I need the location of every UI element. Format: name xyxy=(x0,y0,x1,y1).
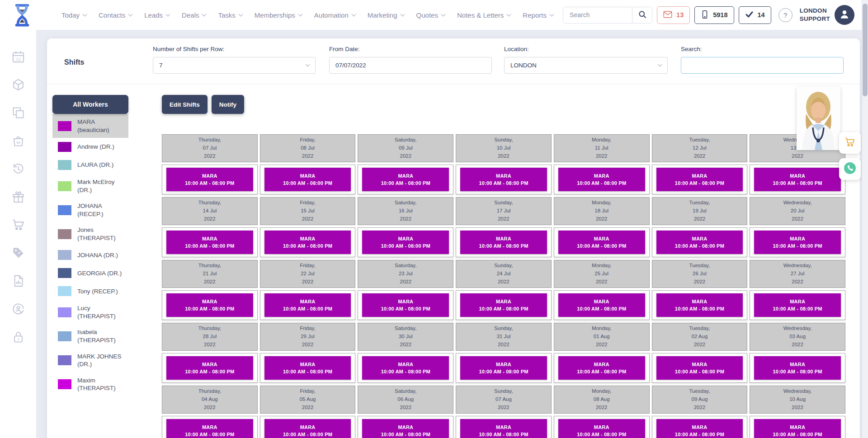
shift-entry[interactable]: MARA10:00 AM - 08:00 PM xyxy=(166,231,253,254)
worker-row-jones-therapist[interactable]: Jones (THERAPIST) xyxy=(52,222,128,246)
notify-button[interactable]: Notify xyxy=(212,95,244,114)
shift-entry[interactable]: MARA10:00 AM - 08:00 PM xyxy=(264,419,351,438)
shift-entry[interactable]: MARA10:00 AM - 08:00 PM xyxy=(754,231,841,254)
shift-time: 10:00 AM - 08:00 PM xyxy=(185,369,234,374)
shift-entry[interactable]: MARA10:00 AM - 08:00 PM xyxy=(656,293,743,317)
day-weekday: Monday, xyxy=(592,325,611,333)
page-scrollbar[interactable] xyxy=(862,0,868,438)
nav-item-notes-letters[interactable]: Notes & Letters xyxy=(457,11,510,19)
shift-entry[interactable]: MARA10:00 AM - 08:00 PM xyxy=(362,419,449,438)
shift-entry[interactable]: MARA10:00 AM - 08:00 PM xyxy=(656,419,743,438)
shift-entry[interactable]: MARA10:00 AM - 08:00 PM xyxy=(558,356,645,380)
nav-item-tasks[interactable]: Tasks xyxy=(218,11,242,19)
shift-entry[interactable]: MARA10:00 AM - 08:00 PM xyxy=(754,419,841,438)
all-workers-button[interactable]: All Workers xyxy=(52,95,128,114)
gift-icon[interactable] xyxy=(11,190,25,204)
nav-item-deals[interactable]: Deals xyxy=(182,11,206,19)
package-icon[interactable] xyxy=(11,78,25,92)
edit-shifts-button[interactable]: Edit Shifts xyxy=(162,95,208,114)
shift-entry[interactable]: MARA10:00 AM - 08:00 PM xyxy=(264,293,351,317)
shift-entry[interactable]: MARA10:00 AM - 08:00 PM xyxy=(264,356,351,380)
shift-worker-name: MARA xyxy=(594,236,609,241)
worker-row-mara-beautician[interactable]: MARA (beautician) xyxy=(52,114,128,138)
shift-entry[interactable]: MARA10:00 AM - 08:00 PM xyxy=(166,356,253,380)
nav-item-leads[interactable]: Leads xyxy=(144,11,170,19)
worker-row-laura-dr[interactable]: LAURA (DR.) xyxy=(52,156,128,174)
tasks-done-badge[interactable]: 14 xyxy=(739,6,771,24)
call-floating-button[interactable] xyxy=(839,158,861,180)
search-input[interactable] xyxy=(563,7,632,23)
day-date: 06 Aug xyxy=(397,396,414,404)
report-icon[interactable] xyxy=(11,274,25,288)
user-avatar[interactable] xyxy=(835,5,854,25)
worker-row-mark-johnes-dr[interactable]: MARK JOHNES (DR.) xyxy=(52,349,128,372)
worker-row-johana-recep[interactable]: JOHANA (RECEP.) xyxy=(52,198,128,222)
shift-cell: MARA10:00 AM - 08:00 PM xyxy=(652,227,748,257)
nav-item-contacts[interactable]: Contacts xyxy=(99,11,132,19)
shift-cell: MARA10:00 AM - 08:00 PM xyxy=(162,290,258,320)
shift-entry[interactable]: MARA10:00 AM - 08:00 PM xyxy=(656,231,743,254)
worker-row-lucy-therapist[interactable]: Lucy (THERAPIST) xyxy=(52,300,128,324)
nav-item-memberships[interactable]: Memberships xyxy=(255,11,302,19)
shift-entry[interactable]: MARA10:00 AM - 08:00 PM xyxy=(362,356,449,380)
shopping-bag-icon[interactable] xyxy=(11,134,25,148)
nav-item-automation[interactable]: Automation xyxy=(314,11,355,19)
tag-icon[interactable]: $ xyxy=(11,246,25,260)
worker-row-mark-mcelroy-dr[interactable]: Mark McElroy (DR.) xyxy=(52,174,128,198)
worker-row-georgia-dr[interactable]: GEORGIA (DR.) xyxy=(52,264,128,282)
location-select[interactable]: LONDON xyxy=(504,57,668,74)
nav-item-marketing[interactable]: Marketing xyxy=(368,11,404,19)
user-sync-icon[interactable] xyxy=(11,302,25,316)
worker-row-isabela-therapist[interactable]: Isabela (THERAPIST) xyxy=(52,324,128,348)
shift-entry[interactable]: MARA10:00 AM - 08:00 PM xyxy=(558,231,645,254)
worker-row-johana-dr[interactable]: JOHANA (DR.) xyxy=(52,246,128,264)
worker-row-andrew-dr[interactable]: Andrew (DR.) xyxy=(52,138,128,156)
phone-badge[interactable]: 5918 xyxy=(694,6,734,24)
help-button[interactable]: ? xyxy=(778,8,793,22)
shift-entry[interactable]: MARA10:00 AM - 08:00 PM xyxy=(754,168,841,191)
shift-time: 10:00 AM - 08:00 PM xyxy=(185,432,234,437)
day-header-cell: Sunday,17 Jul2022 xyxy=(456,197,552,225)
shift-entry[interactable]: MARA10:00 AM - 08:00 PM xyxy=(460,231,547,254)
shift-entry[interactable]: MARA10:00 AM - 08:00 PM xyxy=(264,168,351,191)
app-logo-icon[interactable] xyxy=(13,3,32,28)
shift-entry[interactable]: MARA10:00 AM - 08:00 PM xyxy=(754,293,841,317)
scrollbar-thumb[interactable] xyxy=(863,4,868,96)
shift-entry[interactable]: MARA10:00 AM - 08:00 PM xyxy=(460,293,547,317)
nav-item-today[interactable]: Today xyxy=(61,11,86,19)
nav-item-quotes[interactable]: Quotes xyxy=(416,11,445,19)
shift-entry[interactable]: MARA10:00 AM - 08:00 PM xyxy=(362,168,449,191)
shift-entry[interactable]: MARA10:00 AM - 08:00 PM xyxy=(166,168,253,191)
search-button[interactable] xyxy=(632,7,652,23)
section-divider xyxy=(47,84,860,84)
worker-row-tony-recep[interactable]: Tony (RECEP.) xyxy=(52,282,128,300)
shift-entry[interactable]: MARA10:00 AM - 08:00 PM xyxy=(656,168,743,191)
shifts-per-row-select[interactable]: 7 xyxy=(153,57,316,74)
worker-row-maxim-therapist[interactable]: Maxim (THERAPIST) xyxy=(52,372,128,396)
shift-entry[interactable]: MARA10:00 AM - 08:00 PM xyxy=(558,168,645,191)
shift-entry[interactable]: MARA10:00 AM - 08:00 PM xyxy=(264,231,351,254)
lock-icon[interactable] xyxy=(11,330,25,344)
shift-entry[interactable]: MARA10:00 AM - 08:00 PM xyxy=(558,293,645,317)
shift-entry[interactable]: MARA10:00 AM - 08:00 PM xyxy=(166,293,253,317)
history-icon[interactable] xyxy=(11,162,25,176)
shift-entry[interactable]: MARA10:00 AM - 08:00 PM xyxy=(460,356,547,380)
day-weekday: Wednesday, xyxy=(783,325,812,333)
shift-entry[interactable]: MARA10:00 AM - 08:00 PM xyxy=(362,231,449,254)
shift-entry[interactable]: MARA10:00 AM - 08:00 PM xyxy=(656,356,743,380)
shift-entry[interactable]: MARA10:00 AM - 08:00 PM xyxy=(460,168,547,191)
cart-floating-button[interactable] xyxy=(839,132,861,154)
from-date-input[interactable]: 07/07/2022 xyxy=(329,57,492,74)
shift-entry[interactable]: MARA10:00 AM - 08:00 PM xyxy=(558,419,645,438)
shift-entry[interactable]: MARA10:00 AM - 08:00 PM xyxy=(754,356,841,380)
nav-item-reports[interactable]: Reports xyxy=(523,11,553,19)
copy-icon[interactable] xyxy=(11,106,25,120)
calendar-icon[interactable]: 12 xyxy=(11,50,25,64)
filter-search-input[interactable] xyxy=(681,57,844,74)
shift-entry[interactable]: MARA10:00 AM - 08:00 PM xyxy=(166,419,253,438)
shift-entry[interactable]: MARA10:00 AM - 08:00 PM xyxy=(460,419,547,438)
cart-icon[interactable] xyxy=(11,218,25,232)
shift-entry[interactable]: MARA10:00 AM - 08:00 PM xyxy=(362,293,449,317)
nav-item-label: Today xyxy=(61,11,80,19)
mail-badge[interactable]: 13 xyxy=(657,6,690,24)
